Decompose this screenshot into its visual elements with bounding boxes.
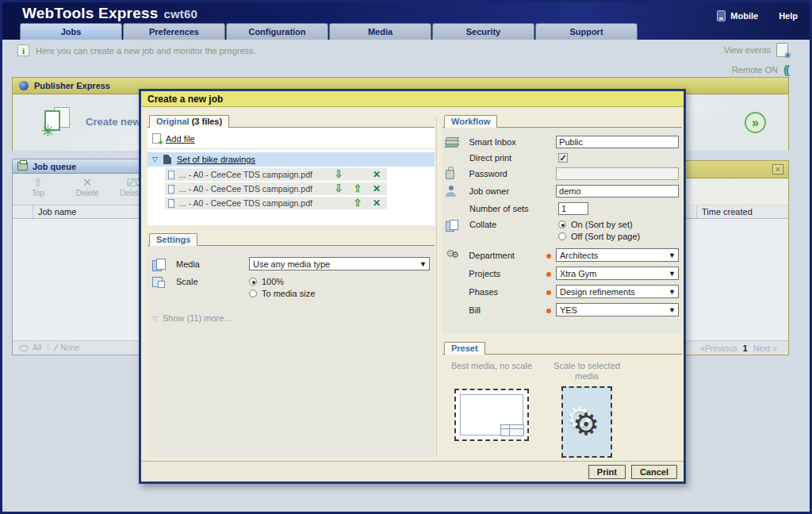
original-tab-label: Original (156, 117, 190, 126)
next-page-link[interactable]: Next » (753, 343, 777, 353)
workflow-section-tab: Workflow (444, 115, 497, 128)
add-file-link[interactable]: Add file (147, 131, 435, 149)
radio-selected-icon (558, 221, 566, 228)
radio-unselected-icon (558, 232, 566, 240)
tab-media[interactable]: Media (329, 23, 431, 40)
job-owner-input[interactable]: demo (556, 185, 679, 198)
bill-select-value: YES (560, 305, 577, 315)
scale-to-media-label: To media size (262, 289, 315, 298)
projects-select[interactable]: Xtra Gym ▼ (556, 267, 679, 280)
preset-best-media-thumbnail (454, 389, 529, 441)
original-file-count: (3 files) (192, 117, 223, 126)
help-link-label: Help (779, 11, 798, 21)
password-input (556, 167, 679, 180)
top-button[interactable]: ⇧ Top (17, 176, 59, 205)
previous-page-link[interactable]: «Previous (700, 343, 737, 353)
settings-section-tab: Settings (149, 233, 197, 246)
lock-icon (446, 170, 454, 179)
department-select[interactable]: Architects ▼ (556, 248, 679, 262)
phases-label: Phases (469, 287, 546, 297)
radio-selected-icon (249, 278, 257, 286)
remote-toggle[interactable]: Remote ON (( (724, 63, 788, 76)
dialog-title: Create a new job (141, 91, 684, 107)
job-owner-label: Job owner (469, 186, 546, 196)
chevron-down-icon: ▼ (668, 288, 676, 296)
select-none-label: None (60, 343, 79, 352)
move-up-button[interactable]: ⇧ (350, 183, 365, 194)
settings-tab-label: Settings (156, 235, 190, 244)
workflow-section: Smart Inbox Public Direct print ✓ Passwo… (442, 127, 682, 334)
cancel-button[interactable]: Cancel (631, 465, 677, 479)
collate-on-radio[interactable]: On (Sort by set) (558, 220, 640, 229)
select-column (13, 205, 33, 218)
collapse-triangle-icon[interactable]: ▽ (152, 155, 158, 163)
number-of-sets-label: Number of sets (469, 204, 549, 213)
collate-off-radio[interactable]: Off (Sort by page) (558, 232, 640, 241)
scale-to-media-radio[interactable]: To media size (249, 289, 315, 298)
gear-icon: ⚙ (573, 407, 599, 442)
preset-best-media-option[interactable]: Best media, no scale (446, 361, 538, 458)
delete-button[interactable]: ✕ Delete (67, 176, 108, 205)
select-none-link[interactable]: ⁄ None (55, 343, 79, 354)
print-button[interactable]: Print (588, 465, 626, 479)
direct-print-label: Direct print (469, 153, 549, 163)
preset-section: Best media, no scale Scale to selected m… (442, 354, 682, 458)
time-created-column-header: Time created (697, 205, 788, 218)
mandatory-dot-icon (546, 254, 551, 259)
remove-file-button[interactable]: ✕ (370, 183, 384, 194)
media-label: Media (176, 259, 249, 269)
publisher-express-title: Publisher Express (34, 81, 110, 90)
select-all-link[interactable]: All (19, 343, 41, 352)
mobile-link-label: Mobile (730, 11, 758, 21)
dialog-footer: Print Cancel (141, 461, 684, 481)
info-icon: i (17, 44, 29, 56)
add-file-label: Add file (166, 134, 195, 144)
show-more-link[interactable]: ▽Show (11) more... (152, 313, 430, 323)
collate-icon (446, 220, 458, 231)
delete-button-label: Delete (76, 189, 99, 198)
number-of-sets-value: 1 (561, 204, 566, 213)
view-events-label: View events (724, 45, 771, 55)
file-set-row[interactable]: ▽ Set of bike drawings (147, 152, 435, 167)
tab-configuration[interactable]: Configuration (226, 23, 328, 40)
mobile-link[interactable]: Mobile (717, 10, 758, 21)
bill-select[interactable]: YES ▼ (556, 303, 679, 316)
move-down-button[interactable]: ⇩ (331, 169, 346, 180)
move-down-button[interactable]: ⇩ (331, 183, 346, 194)
tab-preferences[interactable]: Preferences (123, 23, 225, 40)
phases-select[interactable]: Design refinements ▼ (556, 285, 679, 298)
printer-icon (17, 162, 28, 171)
projects-select-value: Xtra Gym (560, 269, 596, 278)
app-title: WebTools Expresscwt60 (22, 5, 197, 22)
direct-print-checkbox[interactable]: ✓ (558, 153, 568, 163)
tab-security[interactable]: Security (432, 23, 534, 40)
media-select[interactable]: Use any media type ▼ (249, 257, 430, 270)
expand-triangle-icon: ▽ (152, 315, 158, 323)
scale-icon (152, 277, 165, 288)
number-of-sets-input[interactable]: 1 (558, 202, 588, 215)
move-up-button[interactable]: ⇧ (350, 198, 365, 209)
password-label: Password (469, 169, 546, 178)
preset-scale-media-option[interactable]: Scale to selected media ⚙ ⚙ (550, 361, 623, 458)
smart-inbox-input[interactable]: Public (556, 136, 679, 148)
add-file-icon (152, 133, 161, 144)
mandatory-dot-icon (546, 272, 551, 277)
next-chevron-button[interactable]: » (745, 112, 766, 133)
job-owner-value: demo (559, 186, 581, 196)
collate-label: Collate (469, 220, 549, 229)
close-panel-button[interactable]: ✕ (772, 164, 783, 175)
remove-file-button[interactable]: ✕ (370, 198, 384, 209)
tab-support[interactable]: Support (535, 23, 638, 40)
view-events-link[interactable]: View events (724, 43, 788, 57)
projects-label: Projects (469, 269, 546, 278)
preset-best-media-label: Best media, no scale (451, 361, 532, 371)
scale-100-radio[interactable]: 100% (249, 277, 315, 286)
tab-jobs[interactable]: Jobs (20, 23, 122, 40)
bill-label: Bill (469, 305, 546, 315)
phases-select-value: Design refinements (560, 287, 635, 297)
media-icon (152, 259, 165, 270)
help-link[interactable]: Help (779, 11, 798, 21)
remove-file-button[interactable]: ✕ (370, 169, 384, 180)
app-title-text: WebTools Express (22, 5, 158, 21)
job-queue-title: Job queue (33, 162, 76, 171)
